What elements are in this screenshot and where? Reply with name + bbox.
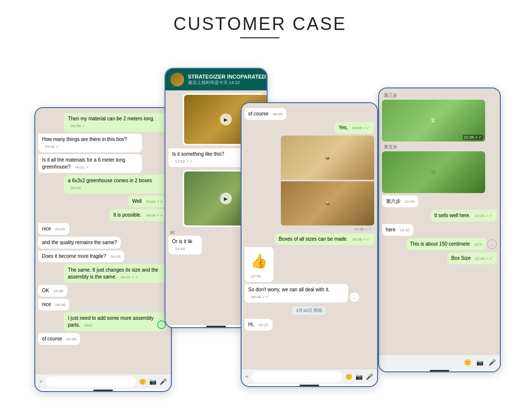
avatar (170, 73, 184, 86)
phone-right: 第三步 🏗 22:39 ✓✓ 第五步 🌿 第六步 22:39 (378, 87, 501, 372)
msg-bubble: Well 04:04 ✓✓ (128, 196, 167, 207)
add-icon[interactable]: + (39, 378, 43, 385)
date-divider: 3月16日 周四 (292, 307, 327, 315)
camera-icon-right[interactable]: 📷 (476, 359, 484, 366)
msg-hoop-2: 第五步 🌿 (382, 144, 486, 193)
page-title: CUSTOMER CASE (173, 14, 346, 38)
msg-bubble: 第六步 22:39 (382, 196, 419, 207)
msg-bubble: I just need to add some more assembly pa… (64, 312, 167, 331)
scroll-down-btn[interactable]: ↓ (349, 292, 360, 303)
chat-input-bar-main: + 🙂 📷 🎤 (242, 369, 377, 384)
chat-input-bar-right: 🙂 📷 🎤 (379, 355, 500, 369)
phone-bottom-bar-right (379, 369, 500, 371)
msg-bubble: a 6x3x2 greenhouse comes in 2 boxes 04:0… (64, 175, 167, 194)
msg-bubble: It sells well here. 22:41 ✓✓ (431, 210, 497, 222)
home-indicator-2 (206, 326, 226, 327)
chat-header-info: STRATEGIZER INCOPARATED1... 最后上线时间是今天 14… (188, 74, 268, 86)
chat-contact-name: STRATEGIZER INCOPARATED1... (188, 74, 268, 80)
emoji-icon-main[interactable]: 🙂 (345, 373, 353, 380)
msg-bubble: How many things are there in this box? 0… (38, 134, 142, 152)
phone-bottom-bar-main (242, 384, 377, 386)
add-icon-main[interactable]: + (246, 373, 249, 380)
mic-icon[interactable]: 🎤 (160, 378, 167, 385)
msg-bubble: So don't worry, we can all deal with it.… (245, 284, 348, 303)
mic-icon-right[interactable]: 🎤 (489, 359, 496, 366)
chat-status: 最后上线时间是今天 14:22 (188, 80, 268, 86)
camera-icon-main[interactable]: 📷 (356, 373, 363, 380)
msg-hoop-1: 第三步 🏗 22:39 ✓✓ (382, 92, 486, 141)
phone-center-main: of course 04:09 Yes, 04:09 ✓✓ 📦 📦 (241, 102, 378, 387)
msg-bubble: and the quality remains the same? (38, 237, 121, 249)
msg-emoji-bubble: 👍 07:59 (245, 247, 274, 282)
home-indicator (93, 390, 113, 391)
screenshots-container: Then my material can be 2 meters long. 0… (20, 58, 501, 417)
msg-bubble: OK 04:08 (38, 285, 67, 297)
msg-bubble: Does it become more fragile? 04:06 (38, 251, 124, 262)
msg-with-prefix: sir Or is it lik 14:44 (168, 230, 211, 254)
msg-bubble: of course 04:09 (38, 333, 81, 345)
msg-bubble: Or is it lik 14:44 (168, 236, 202, 254)
msg-bubble: Is it something like this? 13:52 ✓✓ (168, 148, 245, 167)
msg-bubble: Hi, 05:27 (245, 319, 273, 331)
home-indicator-main (300, 385, 319, 386)
camera-icon[interactable]: 📷 (149, 378, 157, 385)
chat-header: STRATEGIZER INCOPARATED1... 最后上线时间是今天 14… (165, 69, 267, 90)
msg-bubble: nice 04:05 (38, 223, 69, 235)
msg-bubble: Then my material can be 2 meters long. 0… (64, 113, 167, 132)
scroll-down-right[interactable]: ↓ (487, 239, 497, 249)
msg-bubble: nice 04:08 (38, 299, 69, 310)
emoji-icon-right[interactable]: 🙂 (464, 359, 471, 366)
msg-bubble: of course 04:09 (245, 108, 287, 120)
msg-boxes-images: 📦 📦 04:36 ✓✓ (281, 136, 374, 231)
mic-icon-main[interactable]: 🎤 (366, 373, 373, 380)
phone-left: Then my material can be 2 meters long. 0… (34, 107, 172, 392)
msg-bubble: Is it all the materials for a 6 meter lo… (38, 154, 142, 173)
msg-bubble: The same. It just changes its size and t… (64, 264, 167, 283)
phone-bottom-bar (35, 389, 171, 391)
msg-bubble: Boxes of all sizes can be made. 04:38 ✓✓ (275, 233, 374, 245)
emoji-icon[interactable]: 🙂 (139, 378, 146, 385)
chat-input-bar: + 🙂 📷 🎤 (35, 374, 171, 389)
msg-bubble: Box Size 22:43 ✓✓ (447, 252, 497, 264)
play-button[interactable]: ▶ (220, 113, 232, 125)
video-time-right-1: 22:39 ✓✓ (463, 135, 483, 140)
play-button-2[interactable]: ▶ (220, 193, 232, 204)
home-indicator-right (430, 370, 449, 371)
msg-bubble: Yes, 04:09 ✓✓ (334, 122, 374, 134)
msg-bubble: here 22:42 (382, 224, 414, 236)
msg-bubble: It is possible. 04:04 ✓✓ (109, 209, 168, 221)
message-input-main[interactable] (252, 371, 342, 382)
msg-bubble: This is about 150 centimete 22:4 (406, 238, 486, 250)
message-input[interactable] (46, 376, 136, 387)
